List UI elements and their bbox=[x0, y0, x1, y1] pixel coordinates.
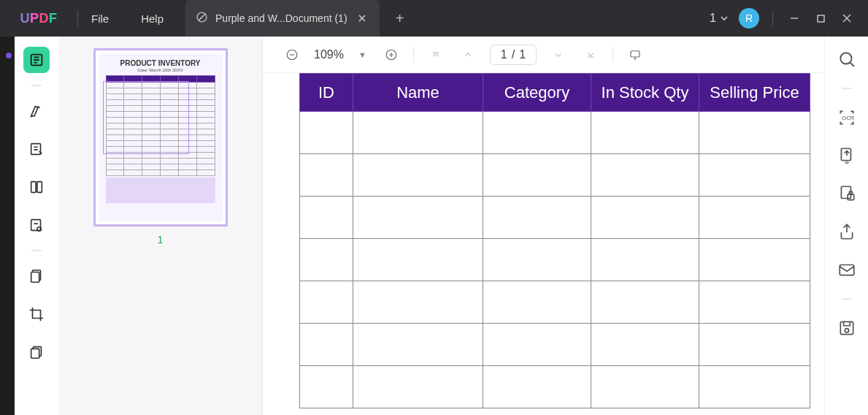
new-tab-button[interactable]: + bbox=[390, 10, 410, 27]
svg-rect-5 bbox=[37, 182, 42, 193]
presentation-button[interactable] bbox=[625, 45, 645, 65]
total-pages: 1 bbox=[519, 48, 526, 61]
table-row bbox=[300, 154, 810, 197]
zoom-dropdown[interactable]: ▼ bbox=[356, 50, 369, 59]
main-menu: File Help bbox=[82, 12, 164, 25]
email-button[interactable] bbox=[837, 260, 856, 279]
menu-help[interactable]: Help bbox=[141, 12, 164, 25]
col-category: Category bbox=[483, 74, 591, 112]
share-button[interactable] bbox=[837, 222, 856, 241]
table-row bbox=[300, 366, 810, 408]
app-logo: UPDF bbox=[0, 11, 77, 26]
next-page-button[interactable] bbox=[548, 45, 569, 65]
svg-text:OCR: OCR bbox=[842, 115, 854, 121]
zoom-out-button[interactable] bbox=[282, 45, 302, 65]
tab-title: Purple and W...Document (1) bbox=[215, 12, 347, 24]
document-area: 109% ▼ 1 / 1 bbox=[263, 37, 824, 415]
crop-tool[interactable] bbox=[23, 301, 50, 327]
svg-rect-4 bbox=[31, 182, 36, 193]
view-toolbar: 109% ▼ 1 / 1 bbox=[263, 37, 824, 73]
minimize-button[interactable] bbox=[786, 10, 802, 26]
chevron-down-icon bbox=[720, 14, 729, 23]
svg-rect-6 bbox=[31, 220, 41, 231]
last-page-button[interactable] bbox=[580, 45, 601, 65]
svg-rect-20 bbox=[840, 265, 854, 275]
thumbnail-page-number: 1 bbox=[158, 234, 164, 245]
protect-button[interactable] bbox=[837, 184, 856, 203]
convert-button[interactable] bbox=[837, 146, 856, 165]
svg-rect-11 bbox=[31, 349, 39, 358]
maximize-button[interactable] bbox=[813, 10, 829, 26]
batch-tool[interactable] bbox=[23, 339, 50, 365]
col-price: Selling Price bbox=[699, 74, 810, 112]
svg-point-15 bbox=[840, 53, 851, 64]
svg-rect-17 bbox=[841, 148, 850, 160]
separator bbox=[77, 10, 78, 26]
thumbnail-content: PRODUCT INVENTORY Date: March 20th 20XX … bbox=[99, 53, 223, 221]
svg-rect-14 bbox=[631, 50, 640, 56]
rail-separator bbox=[842, 298, 852, 300]
rail-separator bbox=[31, 85, 42, 86]
current-page: 1 bbox=[501, 48, 507, 61]
svg-point-22 bbox=[845, 329, 848, 332]
document-tab[interactable]: Purple and W...Document (1) bbox=[185, 0, 380, 37]
page-content: ID Name Category In Stock Qty Selling Pr… bbox=[299, 73, 810, 408]
first-page-button[interactable] bbox=[426, 45, 446, 65]
table-row bbox=[300, 281, 810, 324]
page-indicator[interactable]: 1 / 1 bbox=[490, 45, 537, 65]
rail-separator bbox=[31, 250, 42, 251]
zoom-value: 109% bbox=[314, 48, 344, 61]
prev-page-button[interactable] bbox=[458, 45, 478, 65]
zoom-in-button[interactable] bbox=[381, 45, 402, 65]
workspace: PRODUCT INVENTORY Date: March 20th 20XX … bbox=[15, 37, 868, 415]
reader-tool[interactable] bbox=[23, 47, 50, 73]
user-avatar[interactable]: R bbox=[739, 8, 759, 28]
svg-rect-1 bbox=[818, 15, 824, 22]
save-button[interactable] bbox=[837, 319, 856, 338]
tab-close-button[interactable] bbox=[355, 11, 369, 26]
ocr-button[interactable]: OCR bbox=[837, 108, 856, 127]
pages-tool[interactable] bbox=[23, 263, 50, 289]
separator bbox=[612, 47, 613, 62]
inventory-table: ID Name Category In Stock Qty Selling Pr… bbox=[299, 73, 810, 408]
thumb-doc-date: Date: March 20th 20XX bbox=[137, 68, 183, 72]
svg-rect-3 bbox=[31, 144, 41, 155]
thumb-doc-title: PRODUCT INVENTORY bbox=[120, 59, 200, 67]
separator bbox=[413, 47, 414, 62]
organize-tool[interactable] bbox=[23, 174, 50, 200]
col-id: ID bbox=[300, 74, 353, 112]
col-stock: In Stock Qty bbox=[591, 74, 699, 112]
titlebar: UPDF File Help Purple and W...Document (… bbox=[0, 0, 868, 37]
open-docs-number: 1 bbox=[710, 12, 716, 25]
thumb-notes-area bbox=[106, 178, 215, 203]
thumb-table: document.write(Array.from({length:16}).m… bbox=[106, 75, 215, 176]
separator bbox=[772, 11, 773, 26]
open-docs-count[interactable]: 1 bbox=[710, 12, 729, 25]
no-edit-icon bbox=[196, 11, 208, 26]
page-sep: / bbox=[512, 48, 515, 61]
thumbnail-panel: PRODUCT INVENTORY Date: March 20th 20XX … bbox=[58, 37, 263, 415]
highlight-tool[interactable] bbox=[23, 98, 50, 124]
table-row bbox=[300, 112, 810, 154]
left-tool-rail bbox=[15, 37, 58, 415]
svg-rect-9 bbox=[31, 273, 39, 283]
col-name: Name bbox=[353, 74, 483, 112]
document-canvas[interactable]: ID Name Category In Stock Qty Selling Pr… bbox=[263, 73, 824, 415]
form-tool[interactable] bbox=[23, 212, 50, 238]
rail-separator bbox=[842, 88, 852, 89]
indicator-dot bbox=[6, 53, 12, 58]
table-row bbox=[300, 324, 810, 366]
menu-file[interactable]: File bbox=[91, 12, 109, 25]
edit-text-tool[interactable] bbox=[23, 136, 50, 162]
close-window-button[interactable] bbox=[839, 10, 855, 26]
page-thumbnail[interactable]: PRODUCT INVENTORY Date: March 20th 20XX … bbox=[93, 48, 228, 226]
titlebar-right: 1 R bbox=[710, 8, 868, 28]
search-button[interactable] bbox=[837, 50, 856, 69]
right-tool-rail: OCR bbox=[824, 37, 868, 415]
table-row bbox=[300, 197, 810, 239]
table-row bbox=[300, 239, 810, 281]
